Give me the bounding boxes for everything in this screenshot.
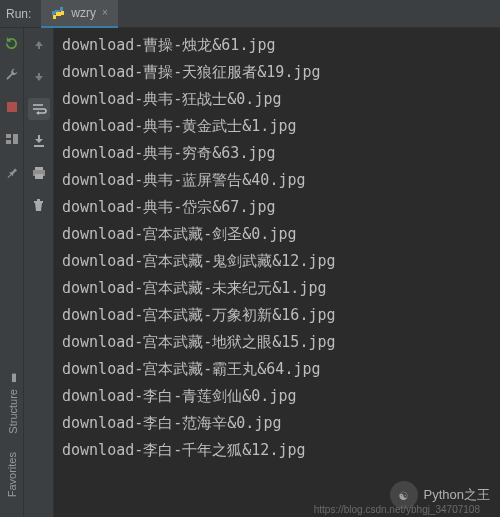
run-tab-wzry[interactable]: wzry × bbox=[41, 0, 118, 28]
run-label: Run: bbox=[6, 7, 31, 21]
structure-tab-label: Structure bbox=[6, 389, 18, 434]
console-line: download-典韦-狂战士&0.jpg bbox=[62, 86, 500, 113]
svg-rect-4 bbox=[38, 45, 40, 49]
run-tab-bar: Run: wzry × bbox=[0, 0, 500, 28]
console-line: download-宫本武藏-剑圣&0.jpg bbox=[62, 221, 500, 248]
console-output[interactable]: download-曹操-烛龙&61.jpgdownload-曹操-天狼征服者&1… bbox=[54, 28, 500, 517]
svg-rect-0 bbox=[7, 102, 17, 112]
svg-rect-7 bbox=[38, 135, 40, 140]
console-line: download-李白-青莲剑仙&0.jpg bbox=[62, 383, 500, 410]
body-area: Structure ▮ Favorites download-曹操-烛龙&61.… bbox=[0, 28, 500, 517]
svg-rect-5 bbox=[38, 73, 40, 77]
watermark-text: Python之王 bbox=[424, 486, 490, 504]
favorites-tab[interactable]: Favorites bbox=[4, 444, 20, 505]
svg-rect-10 bbox=[35, 174, 43, 179]
console-line: download-李白-范海辛&0.jpg bbox=[62, 410, 500, 437]
svg-rect-12 bbox=[37, 199, 40, 201]
layout-icon[interactable] bbox=[3, 130, 21, 148]
console-line: download-典韦-穷奇&63.jpg bbox=[62, 140, 500, 167]
close-icon[interactable]: × bbox=[102, 7, 108, 18]
python-file-icon bbox=[51, 6, 65, 20]
print-icon[interactable] bbox=[28, 162, 50, 184]
console-toolbar bbox=[24, 28, 54, 517]
console-line: download-宫本武藏-鬼剑武藏&12.jpg bbox=[62, 248, 500, 275]
console-line: download-宫本武藏-地狱之眼&15.jpg bbox=[62, 329, 500, 356]
watermark-url: https://blog.csdn.net/ybhgj_34707108 bbox=[314, 504, 480, 515]
wrench-icon[interactable] bbox=[3, 66, 21, 84]
console-line: download-典韦-蓝屏警告&40.jpg bbox=[62, 167, 500, 194]
pin-icon[interactable] bbox=[3, 162, 21, 180]
console-line: download-典韦-黄金武士&1.jpg bbox=[62, 113, 500, 140]
console-line: download-宫本武藏-未来纪元&1.jpg bbox=[62, 275, 500, 302]
scroll-to-end-icon[interactable] bbox=[28, 130, 50, 152]
console-line: download-宫本武藏-霸王丸&64.jpg bbox=[62, 356, 500, 383]
favorites-tab-label: Favorites bbox=[6, 452, 18, 497]
structure-tab[interactable]: Structure ▮ bbox=[4, 364, 21, 442]
stop-icon[interactable] bbox=[3, 98, 21, 116]
console-line: download-典韦-岱宗&67.jpg bbox=[62, 194, 500, 221]
down-icon[interactable] bbox=[28, 66, 50, 88]
up-icon[interactable] bbox=[28, 34, 50, 56]
side-tabs: Structure ▮ Favorites bbox=[0, 364, 24, 505]
svg-rect-2 bbox=[6, 140, 11, 144]
svg-rect-1 bbox=[6, 134, 11, 138]
console-line: download-曹操-烛龙&61.jpg bbox=[62, 32, 500, 59]
svg-rect-11 bbox=[34, 201, 43, 203]
svg-rect-8 bbox=[35, 167, 43, 170]
console-line: download-宫本武藏-万象初新&16.jpg bbox=[62, 302, 500, 329]
trash-icon[interactable] bbox=[28, 194, 50, 216]
svg-rect-6 bbox=[34, 145, 44, 147]
tab-label: wzry bbox=[71, 6, 96, 20]
console-line: download-曹操-天狼征服者&19.jpg bbox=[62, 59, 500, 86]
soft-wrap-icon[interactable] bbox=[28, 98, 50, 120]
svg-rect-3 bbox=[13, 134, 18, 144]
left-tool-strip: Structure ▮ Favorites bbox=[0, 28, 24, 517]
rerun-icon[interactable] bbox=[3, 34, 21, 52]
structure-icon: ▮ bbox=[6, 372, 19, 385]
console-line: download-李白-千年之狐&12.jpg bbox=[62, 437, 500, 464]
